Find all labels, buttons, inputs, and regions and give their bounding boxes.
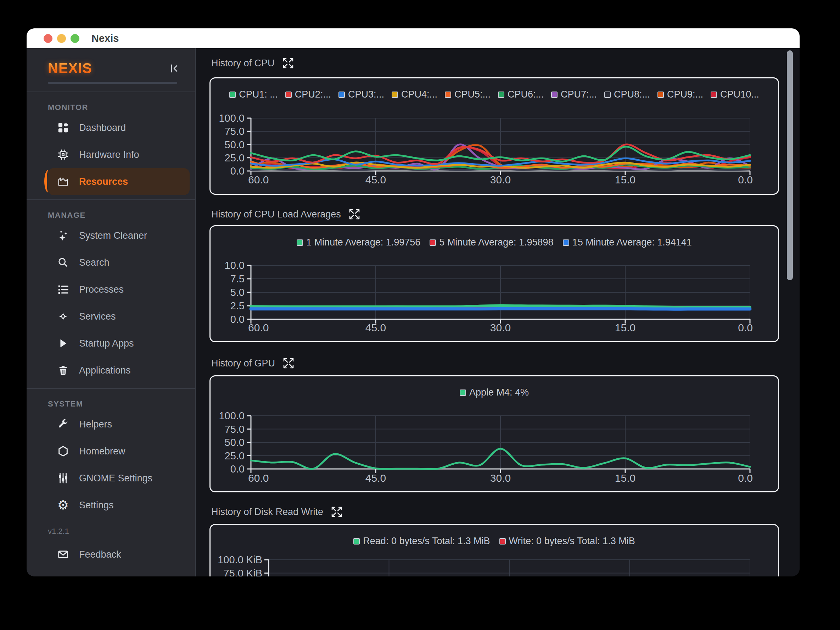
sidebar-item-label: Dashboard [79, 122, 126, 133]
expand-icon[interactable] [330, 505, 343, 518]
svg-text:75.0 KiB: 75.0 KiB [223, 568, 262, 577]
sidebar-item-label: Settings [79, 500, 114, 511]
svg-text:10.0: 10.0 [225, 260, 245, 271]
hexagon-icon [57, 445, 69, 457]
sidebar-item-label: Feedback [79, 549, 121, 560]
sparkles-icon [57, 229, 69, 242]
minimize-window-button[interactable] [57, 34, 66, 43]
chart-title-load: History of CPU Load Averages [211, 208, 361, 221]
sidebar: NEXIS MONITOR Dashboard Hardware Info [27, 48, 196, 576]
services-star-icon [57, 310, 69, 323]
gpu-chart: 100.075.050.025.00.060.045.030.015.00.0 [210, 377, 778, 491]
sidebar-item-label: Helpers [79, 419, 112, 430]
sidebar-item-label: Hardware Info [79, 149, 139, 160]
svg-text:15.0: 15.0 [615, 174, 635, 185]
svg-text:25.0: 25.0 [225, 152, 245, 163]
load-average-chart: 10.07.55.02.50.060.045.030.015.00.0 [210, 226, 778, 341]
chart-title-text: History of GPU [211, 358, 275, 369]
sidebar-item-hardware-info[interactable]: Hardware Info [48, 141, 189, 168]
svg-text:15.0: 15.0 [615, 322, 635, 334]
sidebar-item-search[interactable]: Search [48, 249, 189, 276]
svg-text:2.5: 2.5 [231, 300, 245, 312]
svg-text:100.0 KiB: 100.0 KiB [218, 554, 262, 565]
sidebar-item-label: Processes [79, 284, 124, 295]
sidebar-item-gnome-settings[interactable]: GNOME Settings [48, 465, 189, 492]
trash-icon [57, 364, 69, 377]
svg-text:0.0: 0.0 [738, 472, 753, 484]
envelope-icon [57, 548, 69, 561]
chart-title-text: History of Disk Read Write [211, 507, 323, 518]
sidebar-item-label: System Cleaner [79, 230, 147, 241]
sidebar-item-processes[interactable]: Processes [48, 276, 189, 303]
svg-text:30.0: 30.0 [490, 174, 511, 185]
gear-icon: ⚙ [57, 499, 69, 511]
sidebar-item-resources[interactable]: Resources [48, 168, 189, 195]
logo-underline [48, 82, 177, 84]
sidebar-item-homebrew[interactable]: Homebrew [48, 438, 189, 465]
expand-icon[interactable] [282, 357, 295, 370]
svg-text:50.0: 50.0 [225, 139, 245, 150]
svg-text:45.0: 45.0 [365, 174, 386, 185]
svg-text:45.0: 45.0 [365, 472, 386, 484]
svg-text:60.0: 60.0 [248, 472, 268, 484]
main-content: History of CPU CPU1: ...CPU2:...CPU3:...… [196, 48, 800, 576]
sidebar-collapse-icon[interactable] [168, 62, 181, 75]
chart-title-cpu: History of CPU [211, 57, 295, 70]
svg-text:30.0: 30.0 [490, 322, 511, 334]
expand-icon[interactable] [348, 208, 361, 221]
chart-title-disk: History of Disk Read Write [211, 505, 343, 518]
sidebar-item-label: Resources [79, 176, 128, 187]
expand-icon[interactable] [282, 57, 295, 70]
sidebar-item-system-cleaner[interactable]: System Cleaner [48, 222, 189, 249]
cpu-chart-panel: CPU1: ...CPU2:...CPU3:...CPU4:...CPU5:..… [210, 78, 779, 195]
sidebar-item-label: Search [79, 257, 109, 268]
sidebar-item-label: Services [79, 311, 116, 322]
sidebar-divider [27, 199, 195, 200]
disk-chart-panel: Read: 0 bytes/s Total: 1.3 MiBWrite: 0 b… [210, 524, 779, 576]
disk-chart: 100.0 KiB75.0 KiB60.045.030.015.00.0 [210, 525, 778, 576]
sidebar-item-feedback[interactable]: Feedback [48, 541, 189, 568]
sidebar-item-settings[interactable]: ⚙ Settings [48, 492, 189, 519]
sidebar-item-label: Startup Apps [79, 338, 134, 349]
svg-text:60.0: 60.0 [248, 174, 268, 185]
sidebar-item-startup-apps[interactable]: Startup Apps [48, 330, 189, 357]
sidebar-divider [27, 388, 195, 389]
svg-text:0.0: 0.0 [738, 322, 753, 334]
sidebar-item-label: Applications [79, 365, 131, 376]
sidebar-item-helpers[interactable]: Helpers [48, 411, 189, 438]
svg-text:75.0: 75.0 [225, 424, 245, 435]
maximize-window-button[interactable] [71, 34, 79, 43]
svg-text:0.0: 0.0 [231, 463, 245, 475]
svg-text:7.5: 7.5 [231, 273, 245, 285]
svg-text:25.0: 25.0 [225, 450, 245, 462]
svg-text:0.0: 0.0 [231, 313, 245, 325]
chart-title-text: History of CPU [211, 58, 275, 69]
svg-text:45.0: 45.0 [365, 322, 386, 334]
svg-text:5.0: 5.0 [231, 287, 245, 298]
resources-chart-icon [57, 175, 69, 188]
svg-text:100.0: 100.0 [219, 410, 245, 421]
svg-text:15.0: 15.0 [615, 472, 635, 484]
svg-text:0.0: 0.0 [738, 174, 753, 185]
sidebar-item-applications[interactable]: Applications [48, 357, 189, 384]
chart-title-gpu: History of GPU [211, 357, 295, 370]
app-logo: NEXIS [48, 60, 92, 76]
app-version: v1.2.1 [48, 527, 195, 536]
sliders-icon [57, 472, 69, 484]
svg-text:0.0: 0.0 [231, 165, 245, 177]
close-window-button[interactable] [44, 34, 52, 43]
play-icon [57, 337, 69, 350]
titlebar: Nexis [27, 28, 800, 48]
sidebar-item-label: GNOME Settings [79, 473, 152, 484]
wrench-icon [57, 418, 69, 431]
sidebar-item-services[interactable]: Services [48, 303, 189, 330]
app-window: Nexis NEXIS MONITOR Dashboard [27, 28, 800, 576]
load-average-chart-panel: 1 Minute Average: 1.997565 Minute Averag… [210, 225, 779, 342]
sidebar-item-dashboard[interactable]: Dashboard [48, 114, 189, 141]
sidebar-item-label: Homebrew [79, 446, 125, 457]
traffic-lights [44, 34, 79, 43]
scrollbar-thumb[interactable] [787, 51, 793, 280]
svg-text:60.0: 60.0 [248, 322, 268, 334]
chart-title-text: History of CPU Load Averages [211, 209, 341, 220]
svg-text:30.0: 30.0 [490, 472, 511, 484]
